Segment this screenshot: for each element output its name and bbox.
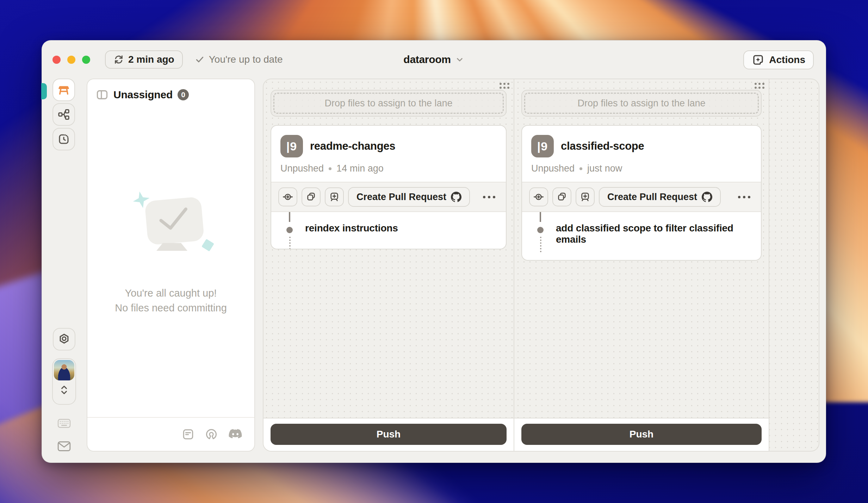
push-button[interactable]: Push xyxy=(521,424,762,445)
lane-drag-handle[interactable] xyxy=(500,83,509,89)
create-pr-label: Create Pull Request xyxy=(356,192,446,203)
branch-menu-button[interactable] xyxy=(483,196,499,198)
close-window-button[interactable] xyxy=(52,56,61,64)
actions-label: Actions xyxy=(769,54,805,66)
zoom-window-button[interactable] xyxy=(82,56,90,64)
branch-badge-icon: |9 xyxy=(531,135,554,157)
empty-state: You're all caught up! No files need comm… xyxy=(87,185,254,315)
branch-meta: Unpushed just now xyxy=(531,163,752,174)
chevron-updown-icon xyxy=(59,384,69,396)
caught-up-illustration xyxy=(122,185,220,266)
dropzone-label: Drop files to assign to the lane xyxy=(524,93,759,114)
project-name: dataroom xyxy=(403,54,451,66)
sync-icon xyxy=(113,54,124,65)
commit-graph-line xyxy=(289,212,290,222)
commit-message: add classified scope to filter classifie… xyxy=(556,223,752,245)
branch-time: 14 min ago xyxy=(336,163,384,174)
window-controls xyxy=(52,56,90,64)
history-clock-icon xyxy=(57,133,70,145)
rail-history-button[interactable] xyxy=(52,128,75,150)
branch-name: readme-changes xyxy=(310,140,395,153)
branch-toolbar: Create Pull Request xyxy=(522,182,761,212)
uptodate-label: You're up to date xyxy=(209,54,283,65)
copy-button[interactable] xyxy=(302,187,321,206)
sparkle-square-icon xyxy=(752,54,764,66)
branch-menu-button[interactable] xyxy=(738,196,754,198)
unassigned-count-badge: 0 xyxy=(178,89,189,100)
meta-separator-dot xyxy=(329,167,331,170)
create-pr-label: Create Pull Request xyxy=(607,192,697,203)
split-panel-icon xyxy=(96,88,108,101)
chevron-down-icon xyxy=(455,55,464,64)
commit-graph-dotted-line xyxy=(540,237,541,252)
unassigned-footer xyxy=(87,417,254,451)
empty-lane-area[interactable] xyxy=(769,79,819,451)
lane-readme-changes: Drop files to assign to the lane |9 read… xyxy=(264,79,514,451)
butler-table-icon xyxy=(57,83,70,97)
lane-dropzone[interactable]: Drop files to assign to the lane xyxy=(521,90,762,117)
empty-state-text: You're all caught up! No files need comm… xyxy=(115,286,227,315)
github-icon xyxy=(451,192,461,202)
gear-icon xyxy=(58,333,70,346)
branch-name: classified-scope xyxy=(561,140,644,153)
github-icon xyxy=(702,192,712,202)
lane-footer: Push xyxy=(514,418,769,451)
mail-icon[interactable] xyxy=(57,441,71,452)
push-button[interactable]: Push xyxy=(271,424,507,445)
create-pull-request-button[interactable]: Create Pull Request xyxy=(348,187,470,207)
left-rail xyxy=(52,79,76,452)
branch-card: |9 classified-scope Unpushed just now xyxy=(521,125,762,261)
lane-classified-scope: Drop files to assign to the lane |9 clas… xyxy=(514,79,769,451)
project-switcher[interactable]: dataroom xyxy=(403,54,464,66)
commit-message: reindex instructions xyxy=(305,223,497,234)
new-dependent-branch-button[interactable] xyxy=(325,187,344,206)
actions-button[interactable]: Actions xyxy=(743,50,814,69)
commit-row[interactable]: reindex instructions xyxy=(271,212,506,249)
branch-graph-icon xyxy=(57,108,70,121)
lane-drag-handle[interactable] xyxy=(755,83,764,89)
rail-bottom xyxy=(52,328,76,452)
unassigned-header: Unassigned 0 xyxy=(87,79,254,110)
rail-workspace-button[interactable] xyxy=(52,79,75,101)
sync-button[interactable]: 2 min ago xyxy=(105,50,183,69)
app-window: 2 min ago You're up to date dataroom Act… xyxy=(42,40,826,463)
branch-card-header[interactable]: |9 classified-scope Unpushed just now xyxy=(522,126,761,182)
account-switcher[interactable] xyxy=(52,358,76,405)
rail-branches-button[interactable] xyxy=(52,103,75,126)
changelog-note-icon[interactable] xyxy=(182,428,194,441)
branch-card: |9 readme-changes Unpushed 14 min ago xyxy=(271,125,507,249)
commit-target-button[interactable] xyxy=(278,187,297,206)
branch-badge-icon: |9 xyxy=(280,135,303,157)
discord-icon[interactable] xyxy=(228,429,242,440)
commit-graph-dotted-line xyxy=(289,237,291,249)
user-avatar xyxy=(54,360,74,380)
keyboard-shortcuts-icon[interactable] xyxy=(57,418,71,429)
copy-button[interactable] xyxy=(552,187,571,206)
uptodate-status: You're up to date xyxy=(195,54,283,65)
commit-target-button[interactable] xyxy=(529,187,548,206)
branch-status: Unpushed xyxy=(280,163,324,174)
teal-edge-tab[interactable] xyxy=(41,83,47,99)
new-dependent-branch-button[interactable] xyxy=(576,187,595,206)
commit-graph-line xyxy=(540,212,541,222)
lane-footer: Push xyxy=(264,418,514,451)
check-icon xyxy=(195,55,205,64)
empty-subtitle: No files need committing xyxy=(115,300,227,315)
branch-card-header[interactable]: |9 readme-changes Unpushed 14 min ago xyxy=(271,126,506,182)
commit-dot xyxy=(537,227,544,233)
branch-status: Unpushed xyxy=(531,163,575,174)
create-pull-request-button[interactable]: Create Pull Request xyxy=(599,187,721,207)
titlebar: 2 min ago You're up to date dataroom Act… xyxy=(42,41,826,79)
unassigned-panel: Unassigned 0 You're all caught up! No fi… xyxy=(87,79,255,452)
meta-separator-dot xyxy=(579,167,582,170)
branch-time: just now xyxy=(587,163,622,174)
settings-button[interactable] xyxy=(53,328,75,350)
unassigned-title: Unassigned xyxy=(113,89,173,101)
open-source-icon[interactable] xyxy=(205,428,218,441)
minimize-window-button[interactable] xyxy=(67,56,75,64)
lane-dropzone[interactable]: Drop files to assign to the lane xyxy=(271,90,507,117)
commit-dot xyxy=(286,227,293,233)
commit-row[interactable]: add classified scope to filter classifie… xyxy=(522,212,761,260)
lanes-board: Drop files to assign to the lane |9 read… xyxy=(263,79,819,452)
branch-toolbar: Create Pull Request xyxy=(271,182,506,212)
